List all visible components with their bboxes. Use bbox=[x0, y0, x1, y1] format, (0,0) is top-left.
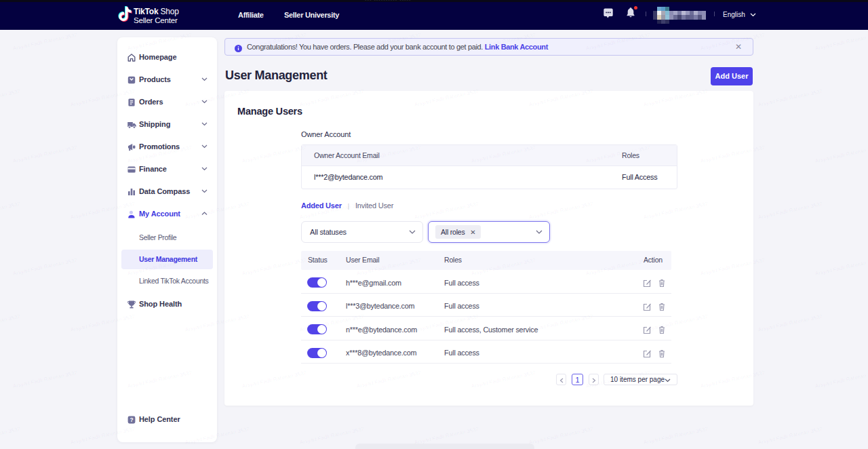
svg-text:?: ? bbox=[130, 416, 133, 423]
